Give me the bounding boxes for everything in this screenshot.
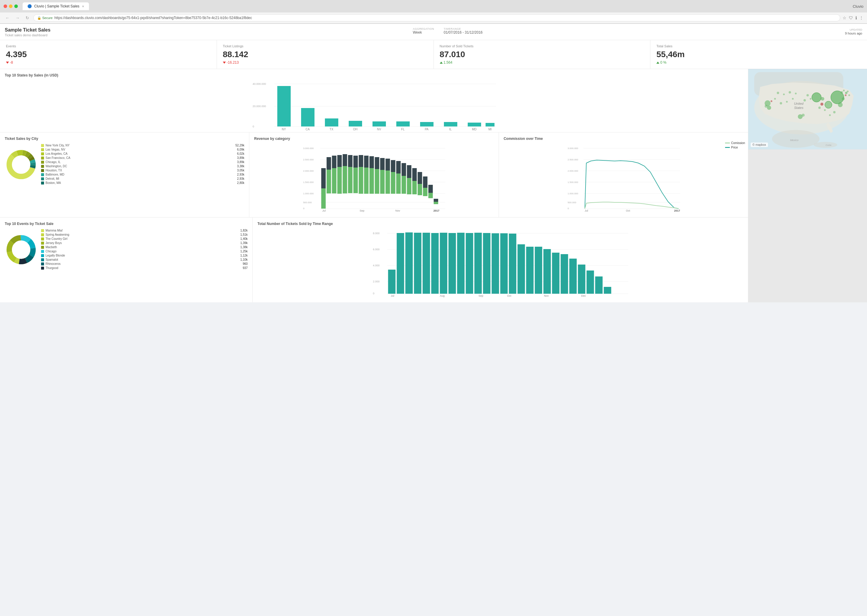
svg-point-168 bbox=[765, 105, 768, 108]
svg-rect-51 bbox=[380, 158, 385, 170]
svg-point-164 bbox=[843, 90, 845, 91]
svg-rect-28 bbox=[321, 189, 326, 209]
svg-text:0: 0 bbox=[567, 207, 569, 210]
legend-dot-spamalot bbox=[41, 258, 44, 261]
svg-text:0: 0 bbox=[303, 207, 305, 210]
svg-point-160 bbox=[812, 93, 821, 102]
legend-dot-lv bbox=[41, 148, 44, 151]
forward-button[interactable]: → bbox=[14, 15, 21, 21]
star-icon[interactable]: ☆ bbox=[843, 16, 847, 20]
svg-rect-31 bbox=[327, 157, 331, 170]
address-bar[interactable]: 🔒 Secure https://dashboards.cluvio.com/d… bbox=[33, 14, 840, 21]
svg-rect-131 bbox=[535, 247, 542, 294]
svg-rect-130 bbox=[526, 247, 534, 294]
updated-label: UPDATED bbox=[850, 28, 862, 31]
ticket-sales-city-donut-area: New York City, NY 52,29k Las Vegas, NV 6… bbox=[5, 144, 244, 185]
minimize-dot[interactable] bbox=[9, 5, 13, 8]
svg-rect-137 bbox=[587, 270, 594, 294]
svg-text:Sep: Sep bbox=[360, 209, 364, 212]
svg-point-176 bbox=[810, 98, 811, 100]
browser-dots bbox=[3, 5, 18, 8]
legend-sf: San Francisco, CA 3,89k bbox=[41, 156, 244, 160]
menu-icon[interactable]: ⋮ bbox=[859, 16, 864, 20]
y-label-0: 0 bbox=[253, 125, 254, 128]
back-button[interactable]: ← bbox=[3, 15, 11, 21]
maximize-dot[interactable] bbox=[14, 5, 18, 8]
city-legend: New York City, NY 52,29k Las Vegas, NV 6… bbox=[41, 144, 244, 185]
dashboard-header: Sample Ticket Sales Ticket sales demo da… bbox=[0, 24, 867, 40]
kpi-sold-value: 87.010 bbox=[440, 50, 644, 59]
top-states-title: Top 10 States by Sales (in USD) bbox=[5, 73, 743, 77]
legend-spamalot: Spamalot 1,10k bbox=[41, 258, 248, 261]
tab-close-button[interactable]: ✕ bbox=[82, 5, 84, 8]
arrow-up-icon2 bbox=[657, 61, 659, 64]
svg-point-177 bbox=[804, 99, 806, 102]
svg-rect-32 bbox=[332, 168, 336, 193]
svg-rect-34 bbox=[338, 167, 342, 194]
svg-rect-119 bbox=[432, 233, 439, 294]
kpi-listings-delta: -16.213 bbox=[223, 60, 427, 64]
svg-rect-128 bbox=[509, 234, 517, 294]
x-label-ny: NY bbox=[282, 128, 286, 131]
svg-rect-71 bbox=[434, 199, 438, 202]
aggregation-label: AGGREGATION bbox=[413, 27, 434, 30]
kpi-listings-value: 88.142 bbox=[223, 50, 427, 59]
svg-point-167 bbox=[767, 106, 771, 110]
kpi-events: Events 4.395 -8 bbox=[0, 40, 217, 69]
svg-text:4.000: 4.000 bbox=[373, 264, 380, 267]
svg-rect-122 bbox=[457, 233, 465, 294]
svg-rect-59 bbox=[402, 163, 406, 176]
svg-rect-66 bbox=[423, 188, 427, 196]
svg-point-181 bbox=[774, 98, 776, 100]
browser-titlebar: 🔵 Cluvio | Sample Ticket Sales ✕ Cluvio bbox=[0, 0, 867, 13]
kpi-events-label: Events bbox=[6, 44, 210, 48]
revenue-category-panel: Revenue by category 3.000.000 2.500.000 … bbox=[249, 132, 499, 217]
svg-rect-68 bbox=[429, 193, 433, 198]
svg-rect-41 bbox=[353, 156, 358, 168]
svg-rect-133 bbox=[552, 253, 560, 294]
svg-point-103 bbox=[14, 242, 28, 257]
svg-text:500.000: 500.000 bbox=[567, 201, 576, 204]
svg-text:2.000.000: 2.000.000 bbox=[303, 170, 314, 172]
browser-toolbar-icons: ☆ 🛡 ℹ ⋮ bbox=[843, 16, 864, 20]
legend-dot-spring bbox=[41, 233, 44, 236]
total-tickets-panel: Total Number of Tickets Sold by Time Ran… bbox=[253, 217, 748, 302]
svg-rect-63 bbox=[412, 168, 417, 181]
updated-meta: UPDATED 9 hours ago bbox=[845, 27, 862, 35]
kpi-sales-delta-value: 0 % bbox=[660, 60, 666, 64]
updated-value: 9 hours ago bbox=[845, 31, 862, 35]
third-row: Top 10 Events by Ticket Sale bbox=[0, 217, 748, 302]
x-label-il: IL bbox=[449, 128, 452, 131]
map-svg: United States Mexico Cuba bbox=[748, 69, 867, 149]
events-legend: Mamma Mia! 1,82k Spring Awakening 1,51k … bbox=[41, 229, 248, 270]
kpi-listings-delta-value: -16.213 bbox=[227, 60, 239, 64]
dashboard-subtitle: Ticket sales demo dashboard bbox=[5, 33, 50, 37]
legend-jersey: Jersey Boys 1,39k bbox=[41, 241, 248, 245]
svg-rect-38 bbox=[348, 167, 353, 193]
svg-text:2.500.000: 2.500.000 bbox=[567, 158, 578, 161]
revenue-category-svg: 3.000.000 2.500.000 2.000.000 1.500.000 … bbox=[254, 144, 493, 212]
svg-point-163 bbox=[847, 91, 848, 92]
svg-rect-48 bbox=[375, 169, 379, 194]
refresh-button[interactable]: ↻ bbox=[24, 15, 31, 21]
svg-rect-65 bbox=[418, 172, 422, 184]
svg-point-183 bbox=[824, 109, 826, 111]
browser-app-name: Cluvio bbox=[853, 4, 864, 9]
svg-rect-67 bbox=[423, 176, 427, 188]
legend-dc: Washington, DC 3,38k bbox=[41, 165, 244, 168]
url-text: https://dashboards.cluvio.com/dashboards… bbox=[55, 16, 252, 20]
us-map: United States Mexico Cuba bbox=[748, 69, 867, 149]
kpi-sales-delta: 0 % bbox=[657, 60, 861, 64]
svg-text:2.000: 2.000 bbox=[373, 280, 380, 283]
browser-tab[interactable]: 🔵 Cluvio | Sample Ticket Sales ✕ bbox=[23, 2, 89, 10]
kpi-sales: Total Sales 55,46m 0 % bbox=[650, 40, 867, 69]
x-label-mi: MI bbox=[488, 128, 492, 131]
svg-rect-45 bbox=[364, 156, 369, 168]
svg-rect-30 bbox=[327, 170, 331, 193]
commission-panel: Commission over Time Comission Price 3.0… bbox=[499, 132, 748, 217]
svg-rect-70 bbox=[434, 202, 438, 204]
kpi-sales-value: 55,46m bbox=[657, 50, 861, 59]
bar-md bbox=[468, 123, 481, 126]
close-dot[interactable] bbox=[3, 5, 7, 8]
svg-text:8.000: 8.000 bbox=[373, 232, 380, 235]
